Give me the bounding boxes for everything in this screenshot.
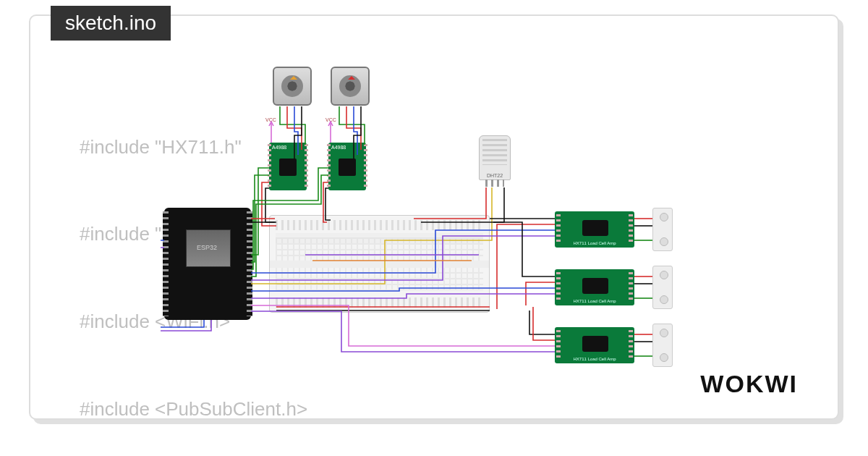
load-cell-2 bbox=[652, 266, 673, 309]
load-cell-3 bbox=[652, 324, 673, 367]
circuit-diagram: VCC VCC A4988 A4988 DHT22 ESP32 bbox=[161, 67, 754, 378]
mcu-label: ESP32 bbox=[197, 244, 217, 251]
stepper-driver-2: A4988 bbox=[328, 143, 366, 190]
dht22-sensor: DHT22 bbox=[479, 135, 511, 180]
hx711-label: HX711 Load Cell Amp bbox=[555, 357, 634, 361]
filename-text: sketch.ino bbox=[65, 12, 156, 34]
hx711-amp-1: HX711 Load Cell Amp bbox=[555, 211, 634, 248]
hx711-amp-2: HX711 Load Cell Amp bbox=[555, 269, 634, 305]
load-cell-1 bbox=[652, 208, 673, 251]
vcc-label-2: VCC bbox=[326, 117, 336, 122]
driver-label: A4988 bbox=[272, 145, 286, 150]
driver-label: A4988 bbox=[331, 145, 346, 150]
stepper-driver-1: A4988 bbox=[269, 143, 307, 190]
hx711-amp-3: HX711 Load Cell Amp bbox=[555, 327, 634, 363]
stepper-motor-2 bbox=[331, 67, 370, 106]
filename-tab: sketch.ino bbox=[51, 6, 171, 41]
esp32-mcu: ESP32 bbox=[164, 208, 251, 320]
vcc-label-1: VCC bbox=[265, 117, 276, 122]
project-card: #include "HX711.h" #include "DHTesp.h" #… bbox=[29, 14, 839, 420]
code-line: #include <PubSubClient.h> bbox=[80, 394, 401, 423]
dht-label: DHT22 bbox=[480, 173, 510, 178]
wokwi-logo: WOKWI bbox=[700, 370, 798, 398]
hx711-label: HX711 Load Cell Amp bbox=[555, 299, 634, 303]
breadboard bbox=[269, 215, 490, 313]
stepper-motor-1 bbox=[273, 67, 312, 106]
hx711-label: HX711 Load Cell Amp bbox=[555, 241, 634, 245]
